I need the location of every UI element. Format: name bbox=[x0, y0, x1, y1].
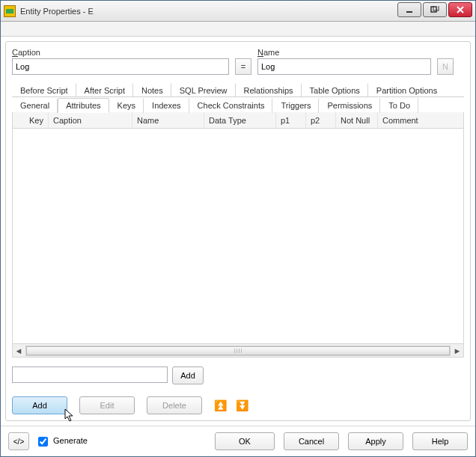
tab-row-1: Before Script After Script Notes SQL Pre… bbox=[12, 82, 464, 97]
tabs-area: Before Script After Script Notes SQL Pre… bbox=[12, 82, 464, 414]
col-notnull[interactable]: Not Null bbox=[336, 112, 378, 128]
tab-partition-options[interactable]: Partition Options bbox=[368, 83, 445, 97]
col-name[interactable]: Name bbox=[132, 112, 204, 128]
col-caption[interactable]: Caption bbox=[49, 112, 132, 128]
maximize-button[interactable] bbox=[423, 2, 447, 17]
caption-input[interactable] bbox=[12, 58, 229, 75]
close-button[interactable] bbox=[448, 2, 472, 17]
scroll-right-icon[interactable]: ► bbox=[451, 346, 463, 355]
tab-table-options[interactable]: Table Options bbox=[302, 83, 368, 97]
tab-check-constraints[interactable]: Check Constraints bbox=[189, 98, 273, 113]
apply-button[interactable]: Apply bbox=[348, 432, 403, 450]
scroll-thumb[interactable] bbox=[26, 346, 450, 355]
titlebar[interactable]: Entity Properties - E bbox=[1, 1, 475, 22]
tab-after-script[interactable]: After Script bbox=[76, 83, 133, 97]
name-label: Name bbox=[257, 48, 431, 57]
add-button[interactable]: Add bbox=[12, 396, 67, 414]
tab-general[interactable]: General bbox=[12, 98, 58, 113]
col-p2[interactable]: p2 bbox=[306, 112, 336, 128]
name-input[interactable] bbox=[257, 58, 431, 75]
move-up-icon[interactable]: ⏫ bbox=[214, 401, 227, 410]
tab-sql-preview[interactable]: SQL Preview bbox=[171, 83, 236, 97]
window-title: Entity Properties - E bbox=[20, 7, 397, 16]
col-datatype[interactable]: Data Type bbox=[204, 112, 276, 128]
delete-button[interactable]: Delete bbox=[147, 396, 202, 414]
attributes-columns: Key Caption Name Data Type p1 p2 Not Nul… bbox=[12, 112, 464, 129]
col-key[interactable]: Key bbox=[13, 112, 49, 128]
cancel-button[interactable]: Cancel bbox=[284, 432, 339, 450]
toolbar-strip bbox=[1, 22, 475, 37]
window-controls bbox=[397, 1, 475, 21]
tab-keys[interactable]: Keys bbox=[109, 98, 144, 113]
tab-triggers[interactable]: Triggers bbox=[272, 98, 319, 113]
caption-field-group: CCaption bbox=[12, 48, 229, 75]
content-area: CCaption = Name N Before Script After Sc… bbox=[1, 37, 475, 426]
name-field-group: Name bbox=[257, 48, 431, 75]
help-button[interactable]: Help bbox=[412, 432, 468, 450]
generate-checkbox[interactable] bbox=[38, 437, 48, 447]
horizontal-scrollbar[interactable]: ◄ ► bbox=[12, 344, 464, 358]
generate-label: Generate bbox=[53, 436, 88, 445]
tab-indexes[interactable]: Indexes bbox=[144, 98, 189, 113]
generate-checkbox-label[interactable]: Generate bbox=[38, 436, 88, 447]
col-p1[interactable]: p1 bbox=[276, 112, 306, 128]
inline-add-input[interactable] bbox=[12, 366, 168, 383]
tab-permissions[interactable]: Permissions bbox=[319, 98, 380, 113]
code-icon-button[interactable]: </> bbox=[8, 432, 29, 450]
tab-row-2: General Attributes Keys Indexes Check Co… bbox=[12, 97, 464, 112]
caption-label: CCaption bbox=[12, 48, 229, 57]
scroll-track[interactable] bbox=[25, 346, 451, 356]
tab-notes[interactable]: Notes bbox=[133, 83, 171, 97]
move-down-icon[interactable]: ⏬ bbox=[236, 401, 248, 410]
inline-add-row: Add bbox=[12, 366, 464, 384]
app-icon bbox=[4, 5, 16, 17]
caption-name-row: CCaption = Name N bbox=[12, 48, 464, 75]
window: Entity Properties - E CCaption = bbox=[0, 0, 476, 457]
dialog-footer: </> Generate OK Cancel Apply Help bbox=[1, 426, 475, 456]
tab-relationships[interactable]: Relationships bbox=[236, 83, 302, 97]
col-comment[interactable]: Comment bbox=[378, 112, 463, 128]
reorder-controls: ⏫ ⏬ bbox=[214, 401, 248, 410]
ok-button[interactable]: OK bbox=[215, 432, 275, 450]
tab-attributes[interactable]: Attributes bbox=[58, 98, 109, 113]
equals-button[interactable]: = bbox=[235, 58, 251, 75]
n-button[interactable]: N bbox=[437, 58, 454, 75]
inline-add-button[interactable]: Add bbox=[172, 366, 204, 384]
tab-todo[interactable]: To Do bbox=[380, 98, 418, 113]
tab-before-script[interactable]: Before Script bbox=[12, 83, 76, 97]
minimize-button[interactable] bbox=[397, 2, 421, 17]
main-group: CCaption = Name N Before Script After Sc… bbox=[5, 41, 471, 421]
action-buttons: Add Edit Delete ⏫ ⏬ bbox=[12, 396, 464, 414]
scroll-left-icon[interactable]: ◄ bbox=[13, 346, 25, 355]
edit-button[interactable]: Edit bbox=[79, 396, 135, 414]
attributes-grid[interactable] bbox=[12, 129, 464, 344]
